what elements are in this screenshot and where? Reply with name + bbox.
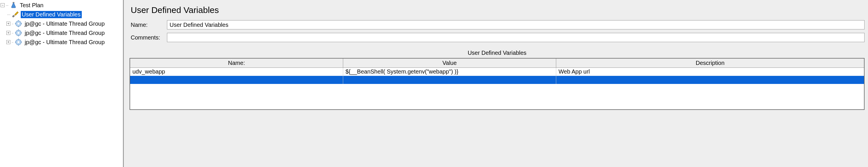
cell-desc[interactable] xyxy=(556,76,864,84)
comments-row: Comments: xyxy=(129,33,865,42)
tree-connector-icon: ···· xyxy=(7,12,10,17)
tree-connector-icon: ·· xyxy=(11,21,13,26)
tree-item-thread-group-1[interactable]: + ·· jp@gc - Ultimate Thread Group xyxy=(0,19,123,28)
gear-icon xyxy=(14,29,23,37)
tree-root-label: Test Plan xyxy=(19,2,44,9)
table-header: Name: Value Description xyxy=(130,59,864,68)
svg-rect-0 xyxy=(13,2,14,3)
column-header-name[interactable]: Name: xyxy=(130,59,343,67)
table-row-empty-selected[interactable] xyxy=(130,76,864,84)
tree-connector-icon: ·· xyxy=(11,31,13,35)
tree-connector-icon: ·· xyxy=(11,40,13,45)
tree-item-label: User Defined Variables xyxy=(21,11,82,18)
cell-value[interactable] xyxy=(343,76,556,84)
expand-plus-icon[interactable]: + xyxy=(6,40,10,44)
tree-item-label: jp@gc - Ultimate Thread Group xyxy=(24,39,106,46)
name-label: Name: xyxy=(129,22,167,28)
tree-root-row[interactable]: − ··· Test Plan xyxy=(0,1,123,10)
cell-name[interactable] xyxy=(130,76,343,84)
tree-item-user-vars[interactable]: ···· User Defined Variables xyxy=(0,10,123,19)
svg-point-14 xyxy=(18,41,20,43)
flask-icon xyxy=(9,1,18,9)
gear-icon xyxy=(14,20,23,28)
expand-plus-icon[interactable]: + xyxy=(6,22,10,26)
comments-label: Comments: xyxy=(129,34,167,41)
column-header-value[interactable]: Value xyxy=(343,59,556,67)
tree-item-thread-group-3[interactable]: + ·· jp@gc - Ultimate Thread Group xyxy=(0,37,123,47)
name-row: Name: xyxy=(129,20,865,29)
variables-table: Name: Value Description udv_webapp ${__B… xyxy=(129,58,865,110)
tools-icon xyxy=(11,10,20,19)
tree-item-label: jp@gc - Ultimate Thread Group xyxy=(24,20,106,27)
cell-value[interactable]: ${__BeanShell( System.getenv("webapp") )… xyxy=(343,68,556,76)
tree-item-thread-group-2[interactable]: + ·· jp@gc - Ultimate Thread Group xyxy=(0,28,123,37)
section-title: User Defined Variables xyxy=(129,50,865,56)
main-panel: User Defined Variables Name: Comments: U… xyxy=(126,0,868,167)
gear-icon xyxy=(14,38,23,46)
table-body: udv_webapp ${__BeanShell( System.getenv(… xyxy=(130,68,864,109)
cell-desc[interactable]: Web App url xyxy=(556,68,864,76)
svg-point-2 xyxy=(18,23,20,25)
tree-item-label: jp@gc - Ultimate Thread Group xyxy=(24,29,106,37)
tree-connector-icon: ··· xyxy=(6,3,8,7)
panel-title: User Defined Variables xyxy=(131,5,865,15)
table-row[interactable]: udv_webapp ${__BeanShell( System.getenv(… xyxy=(130,68,864,76)
name-input[interactable] xyxy=(167,20,865,29)
svg-point-8 xyxy=(18,32,20,34)
comments-input[interactable] xyxy=(167,33,865,42)
tree-panel: − ··· Test Plan ···· User Defined Variab… xyxy=(0,0,124,167)
expand-minus-icon[interactable]: − xyxy=(1,3,5,7)
expand-plus-icon[interactable]: + xyxy=(6,31,10,35)
column-header-desc[interactable]: Description xyxy=(556,59,864,67)
cell-name[interactable]: udv_webapp xyxy=(130,68,343,76)
splitter[interactable] xyxy=(124,0,126,167)
